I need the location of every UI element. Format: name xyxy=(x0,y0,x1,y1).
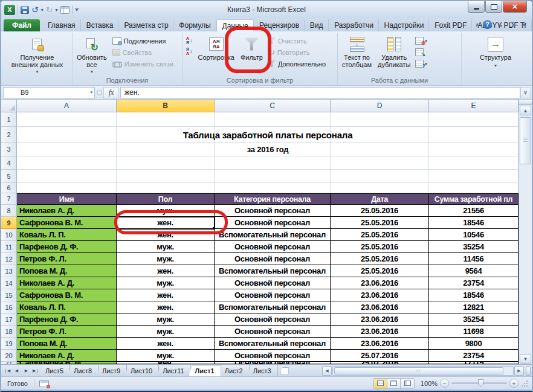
zoom-in-icon[interactable]: + xyxy=(509,379,518,388)
cell-A13[interactable]: Попова М. Д. xyxy=(17,265,117,277)
cell-C9[interactable]: Основной персонал xyxy=(215,217,331,229)
workbook-minimize-icon[interactable] xyxy=(496,21,504,28)
sheet-tab-лист9[interactable]: Лист9 xyxy=(96,365,127,376)
scroll-left-icon[interactable]: ◀ xyxy=(322,366,332,376)
cell-A4[interactable] xyxy=(17,156,117,170)
cell-A8[interactable]: Николаев А. Д. xyxy=(17,205,117,217)
expand-formula-bar-icon[interactable] xyxy=(520,87,531,98)
fill-handle[interactable] xyxy=(212,227,215,229)
cell-C5[interactable] xyxy=(215,170,331,183)
row-header-4[interactable]: 4 xyxy=(1,156,17,170)
row-header-16[interactable]: 16 xyxy=(1,301,17,313)
cell-E3[interactable] xyxy=(429,143,518,156)
cell-E4[interactable] xyxy=(429,156,518,170)
cell-A9[interactable]: Сафронова В. М. xyxy=(17,217,117,229)
table-mode-icon[interactable] xyxy=(60,6,69,14)
cell-B11[interactable]: муж. xyxy=(117,241,215,253)
cell-A16[interactable]: Коваль Л. П. xyxy=(17,301,117,313)
cell-C20[interactable]: Основной персонал xyxy=(215,350,331,362)
row-header-11[interactable]: 11 xyxy=(1,241,17,253)
cell-D7[interactable]: Дата xyxy=(331,193,429,205)
tab-formulas[interactable]: Формулы xyxy=(173,19,216,31)
zoom-slider[interactable] xyxy=(451,382,507,384)
horizontal-scroll-thumb[interactable] xyxy=(334,367,503,374)
sort-descending-button[interactable]: ЯА xyxy=(184,46,195,57)
cell-C1[interactable] xyxy=(215,112,331,127)
cell-E15[interactable]: 18546 xyxy=(429,289,518,301)
cell-B12[interactable]: муж. xyxy=(117,253,215,265)
text-to-columns-button[interactable]: Текст по столбцам xyxy=(340,34,374,69)
row-header-1[interactable]: 1 xyxy=(1,112,17,127)
sheet-tab-лист1[interactable]: Лист1 xyxy=(189,365,221,376)
cell-A18[interactable]: Петров Ф. Л. xyxy=(17,326,117,338)
maximize-button[interactable] xyxy=(485,1,502,13)
collapse-ribbon-icon[interactable] xyxy=(475,22,479,28)
tab-review[interactable]: Рецензиров xyxy=(254,19,305,31)
cell-E2[interactable] xyxy=(429,127,518,143)
cell-E18[interactable]: 11698 xyxy=(429,326,518,338)
cell-A20[interactable]: Николаев А. Д. xyxy=(17,350,117,362)
cell-A10[interactable]: Коваль Л. П. xyxy=(17,229,117,241)
cell-E16[interactable]: 12821 xyxy=(429,301,518,313)
row-header-19[interactable]: 19 xyxy=(1,338,17,350)
tab-developer[interactable]: Разработчи xyxy=(329,19,378,31)
cell-E7[interactable]: Сумма заработной пл xyxy=(429,193,518,205)
sheet-tab-лист11[interactable]: Лист11 xyxy=(157,365,190,376)
cell-E10[interactable]: 10546 xyxy=(429,229,518,241)
view-page-layout-button[interactable] xyxy=(387,379,401,388)
last-sheet-icon[interactable]: ▶❘ xyxy=(31,366,40,375)
column-header-E[interactable]: E xyxy=(429,100,518,112)
cell-B16[interactable]: жен. xyxy=(117,301,215,313)
view-normal-button[interactable] xyxy=(374,379,387,388)
tab-file[interactable]: Файл xyxy=(4,19,40,31)
column-header-D[interactable]: D xyxy=(331,100,429,112)
save-icon[interactable] xyxy=(21,6,29,14)
cell-D6[interactable] xyxy=(331,183,429,193)
cell-C18[interactable]: Основной персонал xyxy=(215,326,331,338)
cell-A11[interactable]: Парфенов Д. Ф. xyxy=(17,241,117,253)
undo-dropdown-icon[interactable] xyxy=(41,7,44,13)
outline-button[interactable]: Структура xyxy=(477,34,514,70)
cell-A2[interactable] xyxy=(17,127,117,143)
cell-B4[interactable] xyxy=(117,156,215,170)
excel-logo-icon[interactable] xyxy=(4,5,15,15)
sort-ascending-button[interactable]: АЯ xyxy=(184,35,195,46)
cell-C15[interactable]: Основной персонал xyxy=(215,289,331,301)
row-header-7[interactable]: 7 xyxy=(1,193,17,205)
cell-D1[interactable] xyxy=(331,112,429,127)
cell-E6[interactable] xyxy=(429,183,518,193)
cell-C11[interactable]: Основной персонал xyxy=(215,241,331,253)
cell-E11[interactable]: 35254 xyxy=(429,241,518,253)
row-header-3[interactable]: 3 xyxy=(1,143,17,156)
formula-input[interactable]: жен. xyxy=(120,87,520,98)
cell-B5[interactable] xyxy=(117,170,215,183)
workbook-close-icon[interactable] xyxy=(520,21,528,28)
cell-C2[interactable] xyxy=(215,127,331,143)
name-box[interactable]: B9 ▾ xyxy=(3,87,95,98)
row-header-12[interactable]: 12 xyxy=(1,253,17,265)
consolidate-button[interactable]: ↘ xyxy=(414,47,428,58)
row-header-8[interactable]: 8 xyxy=(1,205,17,217)
vertical-scrollbar[interactable]: ▲ ▼ xyxy=(518,100,532,364)
refresh-all-button[interactable]: Обновить все xyxy=(74,34,109,76)
get-external-data-button[interactable]: Получение внешних данных xyxy=(9,34,66,76)
cell-D8[interactable]: 25.05.2016 xyxy=(331,205,429,217)
tab-data[interactable]: Данные xyxy=(216,19,254,31)
cell-D17[interactable]: 23.06.2016 xyxy=(331,313,429,326)
cell-A6[interactable] xyxy=(17,183,117,193)
cell-B7[interactable]: Пол xyxy=(117,193,215,205)
row-header-17[interactable]: 17 xyxy=(1,313,17,326)
cell-B8[interactable]: муж. xyxy=(117,205,215,217)
column-header-C[interactable]: C xyxy=(215,100,331,112)
prev-sheet-icon[interactable]: ◀ xyxy=(12,366,21,375)
cell-A3[interactable] xyxy=(17,143,117,156)
zoom-slider-handle[interactable] xyxy=(478,379,483,387)
macro-record-icon[interactable] xyxy=(39,380,49,387)
cell-B14[interactable]: муж. xyxy=(117,277,215,289)
row-header-15[interactable]: 15 xyxy=(1,289,17,301)
vertical-scroll-thumb[interactable] xyxy=(520,117,531,164)
cell-D20[interactable]: 25.07.2016 xyxy=(331,350,429,362)
data-validation-button[interactable]: ⊘ xyxy=(414,35,428,47)
cell-B19[interactable]: жен. xyxy=(117,338,215,350)
customize-qat-icon[interactable] xyxy=(75,8,79,11)
